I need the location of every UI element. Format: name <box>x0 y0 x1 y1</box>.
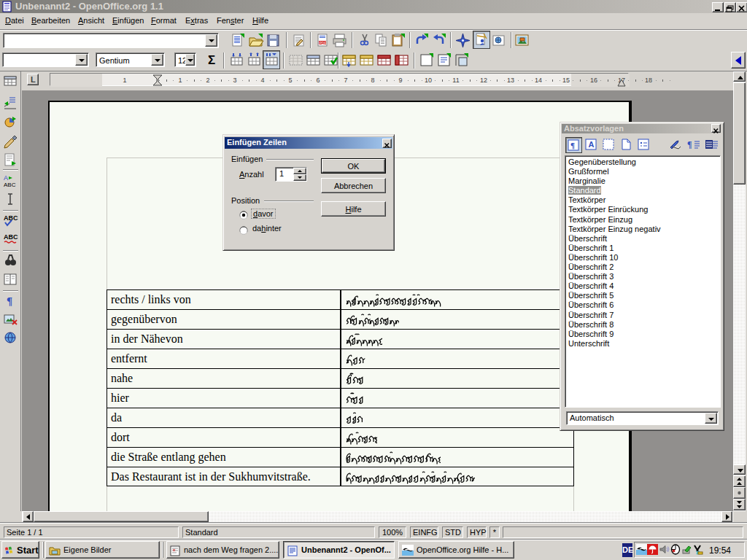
svg-text:ABC: ABC <box>4 233 18 241</box>
svg-text:A: A <box>4 174 8 182</box>
svg-text:PDF: PDF <box>320 41 327 45</box>
svg-text:A: A <box>589 140 595 149</box>
svg-text:¶: ¶ <box>687 139 692 149</box>
svg-text:ABC: ABC <box>4 182 16 188</box>
svg-text:¶: ¶ <box>7 295 12 307</box>
svg-text:¶: ¶ <box>570 141 575 149</box>
